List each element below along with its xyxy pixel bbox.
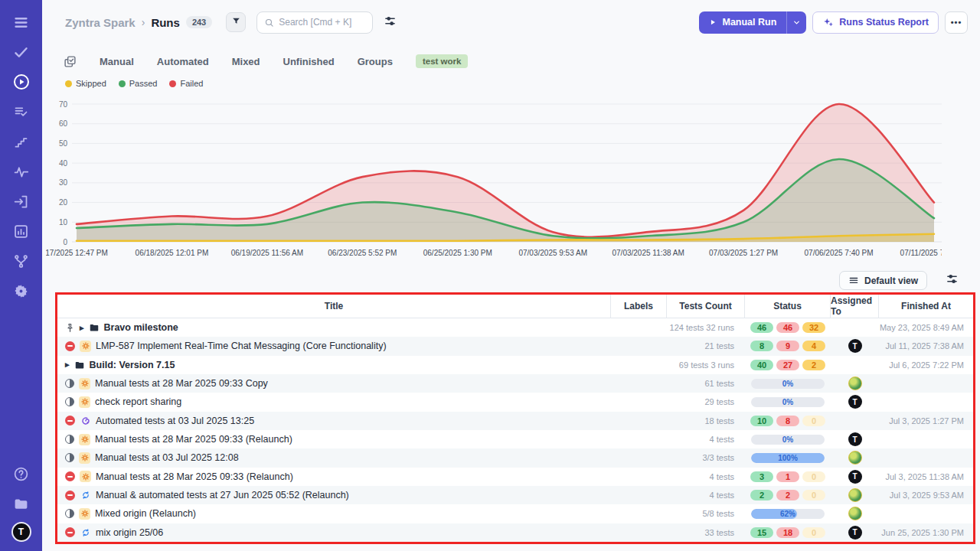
runs-chart: 01020304050607017/2025 12:47 PM06/18/202…: [46, 93, 942, 266]
manual-run-dropdown[interactable]: [786, 11, 806, 34]
assignee-avatar[interactable]: T: [848, 470, 862, 484]
run-title[interactable]: Manual & automated tests at 27 Jun 2025 …: [96, 490, 349, 500]
run-title[interactable]: LMP-587 Implement Real-Time Chat Messagi…: [96, 341, 387, 351]
table-row[interactable]: ▸Bravo milestone124 tests 32 runs464632M…: [57, 318, 973, 337]
legend-passed[interactable]: Passed: [119, 79, 158, 88]
svg-text:20: 20: [59, 198, 68, 207]
svg-text:40: 40: [59, 159, 68, 168]
stopped-status-icon: [65, 471, 75, 481]
import-icon[interactable]: [10, 190, 33, 213]
legend-label: Passed: [129, 79, 158, 88]
bar-chart-icon[interactable]: [10, 220, 33, 243]
select-runs-icon[interactable]: [64, 55, 77, 68]
progress-label: 100%: [751, 453, 825, 463]
column-header-status[interactable]: Status: [745, 295, 831, 318]
assignee-avatar[interactable]: T: [848, 395, 862, 409]
table-row[interactable]: Manual tests at 28 Mar 2025 09:33 Copy61…: [57, 374, 973, 393]
projects-folder-icon[interactable]: [10, 492, 33, 515]
status-badge: 0: [802, 527, 825, 538]
active-filter-badge[interactable]: test work: [416, 54, 469, 68]
runs-play-icon[interactable]: [10, 70, 33, 93]
default-view-button[interactable]: Default view: [839, 271, 927, 290]
filter-button[interactable]: [226, 12, 246, 32]
run-title[interactable]: Manual tests at 28 Mar 2025 09:33 (Relau…: [95, 434, 292, 445]
gear-icon[interactable]: [10, 279, 33, 302]
table-row[interactable]: Automated tests at 03 Jul 2025 13:2518 t…: [57, 412, 973, 430]
expand-caret-icon[interactable]: ▸: [80, 323, 84, 333]
status-cell: 62%: [745, 509, 831, 519]
tab-automated[interactable]: Automated: [157, 56, 209, 67]
assignee-avatar[interactable]: T: [848, 432, 862, 446]
column-header-labels[interactable]: Labels: [611, 295, 667, 318]
assignee-avatar[interactable]: T: [848, 526, 862, 540]
run-title[interactable]: mix origin 25/06: [96, 527, 163, 538]
assigned-to-cell: T: [831, 395, 879, 409]
table-row[interactable]: Manual & automated tests at 27 Jun 2025 …: [57, 486, 973, 504]
run-title[interactable]: Mixed origin (Relaunch): [95, 508, 196, 519]
manual-run-button[interactable]: Manual Run: [699, 11, 806, 34]
table-row[interactable]: Manual tests at 03 Jul 2025 12:083/3 tes…: [57, 448, 973, 467]
run-title-cell: Manual tests at 28 Mar 2025 09:33 (Relau…: [57, 471, 611, 482]
run-title[interactable]: Manual tests at 03 Jul 2025 12:08: [95, 452, 239, 463]
status-cell: 464632: [745, 322, 831, 333]
run-title[interactable]: Bravo milestone: [104, 322, 178, 333]
assignee-avatar[interactable]: [848, 488, 862, 502]
breadcrumb-project[interactable]: Zyntra Spark: [65, 16, 136, 29]
tests-count-cell: 4 tests: [667, 472, 745, 481]
runs-status-report-button[interactable]: Runs Status Report: [812, 11, 939, 34]
tab-unfinished[interactable]: Unfinished: [283, 56, 335, 67]
table-row[interactable]: LMP-587 Implement Real-Time Chat Messagi…: [57, 337, 973, 355]
column-header-finished-at[interactable]: Finished At: [879, 295, 973, 318]
table-row[interactable]: Manual tests at 28 Mar 2025 09:33 (Relau…: [57, 468, 973, 486]
activity-icon[interactable]: [10, 160, 33, 183]
legend-skipped[interactable]: Skipped: [65, 79, 106, 88]
column-header-title[interactable]: Title: [57, 295, 611, 318]
status-badge: 40: [750, 360, 773, 370]
sliders-icon: [946, 272, 959, 289]
status-badge: 4: [802, 341, 825, 351]
assignee-avatar[interactable]: T: [848, 339, 862, 353]
table-row[interactable]: check report sharing29 tests0%T: [57, 393, 973, 411]
table-row[interactable]: Manual tests at 28 Mar 2025 09:33 (Relau…: [57, 430, 973, 448]
user-avatar[interactable]: T: [11, 522, 31, 542]
tab-mixed[interactable]: Mixed: [232, 56, 260, 67]
search-input[interactable]: [279, 17, 365, 28]
search-settings-button[interactable]: [384, 15, 397, 31]
status-cell: 15180: [745, 527, 831, 538]
table-row[interactable]: Mixed origin (Relaunch)5/8 tests62%: [57, 504, 973, 523]
help-icon[interactable]: [10, 462, 33, 485]
assignee-avatar[interactable]: [848, 451, 862, 465]
assignee-avatar[interactable]: [848, 377, 862, 390]
column-header-assigned-to[interactable]: Assigned To: [831, 295, 879, 318]
run-title[interactable]: check report sharing: [95, 396, 181, 407]
run-title[interactable]: Build: Version 7.15: [90, 360, 175, 370]
stopped-status-icon: [65, 416, 75, 425]
list-check-icon[interactable]: [10, 100, 33, 123]
expand-caret-icon[interactable]: ▸: [65, 360, 70, 370]
check-icon[interactable]: [10, 41, 33, 64]
status-badge: 3: [750, 471, 773, 482]
tab-manual[interactable]: Manual: [100, 56, 134, 67]
table-settings-button[interactable]: [946, 272, 959, 289]
status-badge: 32: [802, 322, 825, 333]
run-title[interactable]: Automated tests at 03 Jul 2025 13:25: [96, 416, 254, 426]
run-title[interactable]: Manual tests at 28 Mar 2025 09:33 (Relau…: [96, 471, 293, 482]
column-header-tests-count[interactable]: Tests Count: [667, 295, 745, 318]
table-row[interactable]: ▸Build: Version 7.1569 tests 3 runs40272…: [57, 356, 973, 374]
tab-groups[interactable]: Groups: [358, 56, 393, 67]
legend-dot: [65, 80, 72, 87]
run-title[interactable]: Manual tests at 28 Mar 2025 09:33 Copy: [95, 378, 268, 389]
assignee-avatar[interactable]: [848, 507, 862, 520]
table-row[interactable]: mix origin 25/0633 tests15180TJun 25, 20…: [57, 523, 973, 542]
tests-count-cell: 69 tests 3 runs: [667, 360, 745, 370]
legend-failed[interactable]: Failed: [169, 79, 203, 88]
chevron-down-icon: [792, 18, 801, 27]
progress-bar: 62%: [751, 509, 825, 519]
more-actions-button[interactable]: •••: [945, 11, 968, 34]
menu-icon[interactable]: [10, 11, 33, 34]
search-box[interactable]: [256, 11, 373, 34]
automated-run-type-icon: [80, 415, 91, 426]
git-branch-icon[interactable]: [10, 249, 33, 272]
tests-count-cell: 5/8 tests: [667, 509, 745, 518]
steps-icon[interactable]: [10, 130, 33, 153]
